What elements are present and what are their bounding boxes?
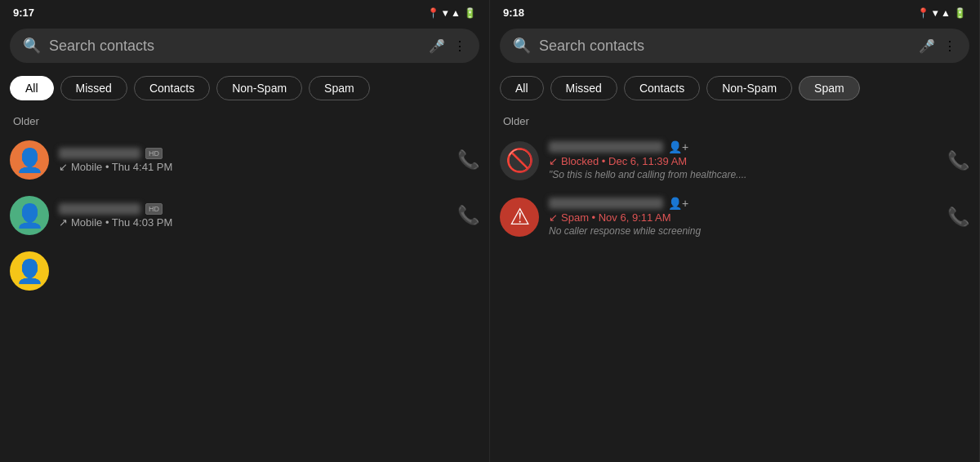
spam-call-detail: ↙ Spam • Nov 6, 9:11 AM xyxy=(549,211,938,224)
battery-icon: 🔋 xyxy=(464,7,476,19)
blocked-icon: 🚫 xyxy=(506,147,534,174)
person-icon-1: 👤 xyxy=(16,147,44,174)
spam-blurred-name xyxy=(549,198,663,209)
left-call-list: 👤 HD ↙ Mobile • Thu 4:41 PM 📞 👤 xyxy=(0,132,489,462)
person-icon-2: 👤 xyxy=(16,202,44,229)
add-contact-icon-1[interactable]: 👤+ xyxy=(668,140,688,153)
spam-avatar: ⚠ xyxy=(500,198,539,237)
call-arrow-2: ↗ xyxy=(59,216,68,229)
blocked-call-item[interactable]: 🚫 👤+ ↙ Blocked • Dec 6, 11:39 AM "So thi… xyxy=(490,132,979,189)
blurred-name-2 xyxy=(59,203,140,215)
blocked-call-phone-btn[interactable]: 📞 xyxy=(947,150,969,171)
right-search-icon: 🔍 xyxy=(513,37,531,55)
spam-transcript: No caller response while screening xyxy=(549,225,938,237)
add-contact-icon-2[interactable]: 👤+ xyxy=(668,197,688,210)
right-filter-tab-nonspam[interactable]: Non-Spam xyxy=(706,76,792,100)
call-arrow-1: ↙ xyxy=(59,161,68,173)
blocked-transcript: "So this is hello and calling from healt… xyxy=(549,169,938,180)
right-filter-tab-missed[interactable]: Missed xyxy=(550,76,617,100)
right-section-label: Older xyxy=(490,107,979,132)
left-time: 9:17 xyxy=(13,7,34,19)
location-icon: 📍 xyxy=(427,7,439,19)
signal-icon: ▲ xyxy=(451,7,461,19)
wifi-icon: ▾ xyxy=(443,7,448,19)
call-info-1: HD ↙ Mobile • Thu 4:41 PM xyxy=(59,148,448,173)
call-meta-2: Mobile • Thu 4:03 PM xyxy=(71,216,172,229)
right-more-icon[interactable]: ⋮ xyxy=(943,38,956,54)
avatar-3: 👤 xyxy=(10,251,49,291)
call-info-2: HD ↗ Mobile • Thu 4:03 PM xyxy=(59,203,448,229)
right-mic-icon[interactable]: 🎤 xyxy=(919,38,935,54)
left-status-bar: 9:17 📍 ▾ ▲ 🔋 xyxy=(0,0,489,22)
spam-call-phone-btn[interactable]: 📞 xyxy=(947,207,969,228)
right-search-placeholder: Search contacts xyxy=(539,38,911,55)
blocked-call-name-row: 👤+ xyxy=(549,140,938,153)
right-wifi-icon: ▾ xyxy=(933,7,938,19)
right-search-bar[interactable]: 🔍 Search contacts 🎤 ⋮ xyxy=(500,29,969,63)
right-signal-icon: ▲ xyxy=(941,7,951,19)
filter-tab-spam[interactable]: Spam xyxy=(309,76,370,100)
avatar-1: 👤 xyxy=(10,140,49,180)
blocked-blurred-name xyxy=(549,141,663,153)
call-item-2[interactable]: 👤 HD ↗ Mobile • Thu 4:03 PM 📞 xyxy=(0,188,489,243)
call-detail-1: ↙ Mobile • Thu 4:41 PM xyxy=(59,161,448,173)
call-name-row-2: HD xyxy=(59,203,448,215)
call-detail-2: ↗ Mobile • Thu 4:03 PM xyxy=(59,216,448,229)
blocked-call-detail: ↙ Blocked • Dec 6, 11:39 AM xyxy=(549,155,938,167)
call-meta-1: Mobile • Thu 4:41 PM xyxy=(71,161,172,173)
spam-arrow: ↙ xyxy=(549,211,558,224)
right-status-icons: 📍 ▾ ▲ 🔋 xyxy=(917,7,966,19)
mic-icon[interactable]: 🎤 xyxy=(429,38,445,54)
blurred-name-1 xyxy=(59,148,140,159)
left-search-placeholder: Search contacts xyxy=(49,38,421,55)
spam-label: Spam • Nov 6, 9:11 AM xyxy=(561,211,671,224)
right-filter-tabs: All Missed Contacts Non-Spam Spam xyxy=(490,69,979,107)
right-time: 9:18 xyxy=(503,7,524,19)
blocked-avatar: 🚫 xyxy=(500,141,539,180)
left-status-icons: 📍 ▾ ▲ 🔋 xyxy=(427,7,476,19)
call-phone-btn-2[interactable]: 📞 xyxy=(457,205,479,226)
right-filter-tab-all[interactable]: All xyxy=(500,76,544,100)
right-location-icon: 📍 xyxy=(917,7,929,19)
right-filter-tab-spam[interactable]: Spam xyxy=(799,76,860,100)
filter-tab-contacts[interactable]: Contacts xyxy=(134,76,210,100)
hd-badge-2: HD xyxy=(145,203,163,215)
blocked-arrow: ↙ xyxy=(549,155,558,167)
blocked-call-actions: 📞 xyxy=(947,150,969,171)
blocked-call-info: 👤+ ↙ Blocked • Dec 6, 11:39 AM "So this … xyxy=(549,140,938,180)
right-battery-icon: 🔋 xyxy=(954,7,966,19)
right-status-bar: 9:18 📍 ▾ ▲ 🔋 xyxy=(490,0,979,22)
left-panel: 9:17 📍 ▾ ▲ 🔋 🔍 Search contacts 🎤 ⋮ All M… xyxy=(0,0,490,462)
spam-icon: ⚠ xyxy=(510,203,530,230)
spam-call-item[interactable]: ⚠ 👤+ ↙ Spam • Nov 6, 9:11 AM No caller r… xyxy=(490,189,979,245)
call-item-1[interactable]: 👤 HD ↙ Mobile • Thu 4:41 PM 📞 xyxy=(0,132,489,188)
filter-tab-missed[interactable]: Missed xyxy=(60,76,127,100)
call-name-row-1: HD xyxy=(59,148,448,159)
person-icon-3: 👤 xyxy=(16,258,44,285)
more-icon[interactable]: ⋮ xyxy=(453,38,466,54)
call-item-3[interactable]: 👤 xyxy=(0,243,489,299)
spam-call-name-row: 👤+ xyxy=(549,197,938,210)
left-filter-tabs: All Missed Contacts Non-Spam Spam xyxy=(0,69,489,107)
search-icon: 🔍 xyxy=(23,37,41,55)
left-search-bar[interactable]: 🔍 Search contacts 🎤 ⋮ xyxy=(10,29,479,63)
spam-call-info: 👤+ ↙ Spam • Nov 6, 9:11 AM No caller res… xyxy=(549,197,938,237)
filter-tab-nonspam[interactable]: Non-Spam xyxy=(216,76,302,100)
avatar-2: 👤 xyxy=(10,196,49,235)
hd-badge-1: HD xyxy=(145,148,163,159)
left-section-label: Older xyxy=(0,107,489,132)
filter-tab-all[interactable]: All xyxy=(10,76,54,100)
right-filter-tab-contacts[interactable]: Contacts xyxy=(624,76,700,100)
blocked-label: Blocked • Dec 6, 11:39 AM xyxy=(561,155,687,167)
spam-call-actions: 📞 xyxy=(947,207,969,228)
call-phone-btn-1[interactable]: 📞 xyxy=(457,149,479,171)
right-panel: 9:18 📍 ▾ ▲ 🔋 🔍 Search contacts 🎤 ⋮ All M… xyxy=(490,0,980,462)
right-call-list: 🚫 👤+ ↙ Blocked • Dec 6, 11:39 AM "So thi… xyxy=(490,132,979,462)
